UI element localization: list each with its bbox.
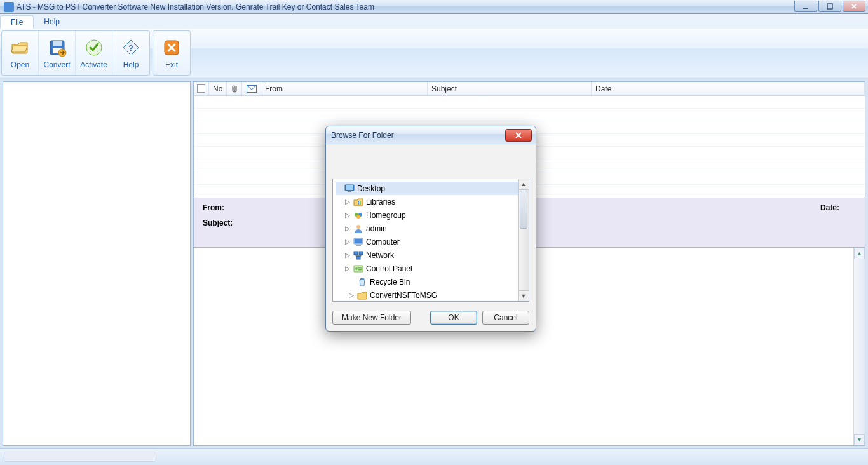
minimize-button[interactable]	[794, 1, 817, 12]
menu-file[interactable]: File	[0, 15, 34, 29]
svg-rect-20	[355, 239, 362, 243]
svg-point-26	[355, 267, 358, 270]
help-label: Help	[123, 60, 139, 69]
tree-item-computer[interactable]: ▷Computer	[336, 235, 526, 248]
cpanel-icon	[353, 264, 363, 274]
exit-button[interactable]: Exit	[153, 31, 190, 75]
svg-rect-11	[346, 185, 353, 190]
close-button[interactable]	[843, 1, 865, 12]
scroll-up-icon[interactable]: ▲	[854, 248, 865, 259]
folder-open-icon	[10, 37, 31, 58]
recycle-icon	[357, 277, 367, 287]
tree-item-label: Desktop	[357, 184, 385, 193]
ok-button[interactable]: OK	[430, 311, 477, 325]
svg-text:?: ?	[128, 44, 133, 53]
titlebar: ATS - MSG to PST Converter Software New …	[0, 0, 868, 14]
libraries-icon	[353, 197, 363, 207]
tree-item-label: Recycle Bin	[370, 278, 410, 286]
tree-item-homegroup[interactable]: ▷Homegroup	[336, 208, 526, 222]
svg-rect-12	[348, 191, 351, 192]
header-subject[interactable]: Subject	[428, 82, 592, 95]
tree-item-label: Control Panel	[366, 264, 412, 273]
open-button[interactable]: Open	[2, 31, 39, 75]
ribbon-group-main: Open Convert Activate ? Help	[1, 30, 150, 76]
tree-item-admin[interactable]: ▷admin	[336, 222, 526, 235]
ribbon-group-exit: Exit	[153, 30, 191, 76]
tree-item-recycle-bin[interactable]: Recycle Bin	[336, 275, 526, 288]
tree-expander-icon[interactable]: ▷	[344, 265, 351, 272]
subject-label: Subject:	[203, 219, 233, 227]
svg-point-18	[356, 225, 360, 229]
dialog-tree-container: Desktop▷Libraries▷Homegroup▷admin▷Comput…	[332, 179, 529, 302]
attachment-icon[interactable]	[227, 82, 242, 95]
tree-item-label: Libraries	[366, 198, 395, 206]
svg-rect-3	[53, 41, 62, 46]
network-icon	[353, 250, 363, 260]
svg-rect-24	[356, 256, 360, 259]
tree-item-label: Homegroup	[366, 211, 406, 220]
cancel-button[interactable]: Cancel	[482, 311, 529, 325]
exit-label: Exit	[165, 60, 178, 69]
tree-expander-icon[interactable]: ▷	[344, 198, 351, 205]
help-button[interactable]: ? Help	[112, 31, 149, 75]
statusbar	[0, 448, 868, 465]
svg-point-17	[356, 215, 360, 219]
tree-item-desktop[interactable]: Desktop	[336, 182, 526, 195]
tree-expander-icon[interactable]: ▷	[344, 252, 351, 259]
envelope-icon[interactable]	[242, 82, 261, 95]
table-row[interactable]	[194, 96, 865, 109]
help-diamond-icon: ?	[121, 37, 141, 58]
tree-item-control-panel[interactable]: ▷Control Panel	[336, 262, 526, 275]
convert-button[interactable]: Convert	[39, 31, 76, 75]
header-date[interactable]: Date	[592, 82, 865, 95]
date-label: Date:	[820, 203, 839, 212]
menubar: File Help	[0, 14, 868, 29]
scroll-down-icon[interactable]: ▼	[854, 434, 865, 445]
desktop-icon	[344, 184, 355, 194]
folder-tree[interactable]: Desktop▷Libraries▷Homegroup▷admin▷Comput…	[333, 179, 529, 301]
scroll-thumb[interactable]	[520, 191, 527, 229]
window-title: ATS - MSG to PST Converter Software New …	[17, 3, 374, 11]
tree-item-network[interactable]: ▷Network	[336, 248, 526, 262]
user-icon	[353, 224, 363, 234]
tree-item-libraries[interactable]: ▷Libraries	[336, 195, 526, 208]
body-scrollbar[interactable]: ▲ ▼	[853, 248, 865, 445]
dialog-button-row: Make New Folder OK Cancel	[332, 311, 529, 325]
svg-rect-1	[827, 4, 832, 9]
tree-item-label: Network	[366, 251, 394, 260]
homegroup-icon	[353, 210, 363, 220]
table-row[interactable]	[194, 109, 865, 121]
tree-item-label: admin	[366, 224, 387, 233]
dialog-close-button[interactable]	[505, 129, 532, 142]
computer-icon	[353, 237, 363, 247]
tree-expander-icon[interactable]: ▷	[344, 238, 351, 245]
window-controls	[793, 0, 865, 12]
activate-button[interactable]: Activate	[76, 31, 112, 75]
make-new-folder-button[interactable]: Make New Folder	[332, 311, 411, 325]
tree-expander-icon[interactable]: ▷	[348, 292, 355, 299]
tree-item-convertnsftomsg[interactable]: ▷ConvertNSFToMSG	[336, 288, 526, 301]
svg-rect-29	[360, 278, 364, 280]
header-no[interactable]: No	[209, 82, 227, 95]
scroll-up-icon[interactable]: ▲	[519, 179, 529, 190]
menu-help[interactable]: Help	[34, 14, 70, 29]
maximize-button[interactable]	[818, 1, 841, 12]
activate-check-icon	[84, 37, 104, 58]
svg-rect-22	[354, 252, 358, 255]
disk-convert-icon	[47, 37, 67, 58]
app-icon	[4, 2, 14, 12]
header-checkbox[interactable]	[194, 82, 209, 95]
svg-rect-21	[356, 245, 361, 246]
status-chunk	[4, 452, 156, 462]
tree-expander-icon[interactable]: ▷	[344, 225, 351, 232]
folder-icon	[357, 290, 367, 300]
activate-label: Activate	[80, 60, 107, 69]
dialog-scrollbar[interactable]: ▲ ▼	[518, 179, 529, 301]
svg-rect-27	[358, 267, 362, 269]
svg-rect-13	[358, 201, 359, 205]
scroll-down-icon[interactable]: ▼	[519, 290, 529, 301]
tree-expander-icon[interactable]: ▷	[344, 212, 351, 219]
folder-tree-pane[interactable]	[3, 81, 191, 446]
header-from[interactable]: From	[261, 82, 428, 95]
tree-item-label: ConvertNSFToMSG	[370, 291, 437, 300]
